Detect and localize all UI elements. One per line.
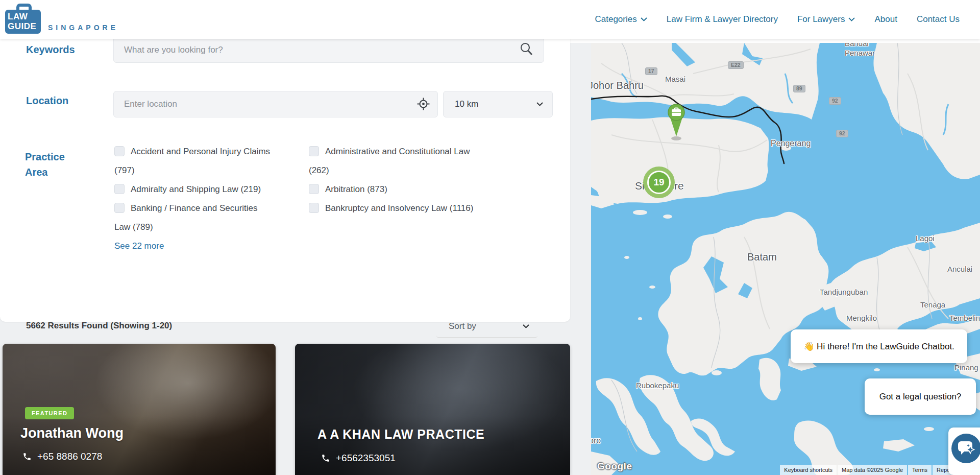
search-icon[interactable] xyxy=(520,42,533,58)
nav-categories[interactable]: Categories xyxy=(595,14,647,25)
geolocate-icon[interactable] xyxy=(417,98,430,112)
checkbox[interactable] xyxy=(309,146,319,156)
lawyer-name[interactable]: Jonathan Wong xyxy=(20,425,124,441)
phone-icon xyxy=(321,454,330,463)
chatbot-launcher[interactable] xyxy=(948,428,980,475)
briefcase-icon: LAW GUIDE xyxy=(5,10,41,34)
practice-area-option-label: Administrative and Constitutional Law (2… xyxy=(309,147,470,175)
map-label-rubokepaku: Rubokepaku xyxy=(636,381,679,390)
main-nav: Categories Law Firm & Lawyer Directory F… xyxy=(595,0,960,39)
nav-contact-us[interactable]: Contact Us xyxy=(917,14,960,25)
location-label: Location xyxy=(26,95,68,107)
road-badge-92b: 92 xyxy=(836,130,848,137)
lawfirm-name[interactable]: A A KHAN LAW PRACTICE xyxy=(317,427,484,442)
top-navigation-bar: LAW GUIDE SINGAPORE Categories Law Firm … xyxy=(0,0,980,39)
practice-area-item[interactable]: Administrative and Constitutional Law (2… xyxy=(309,142,486,180)
map-label-bandar-penawar: BandarPenawar xyxy=(845,43,875,58)
lawyer-phone[interactable]: +65 8886 0278 xyxy=(22,451,102,462)
featured-badge: FEATURED xyxy=(25,407,74,419)
practice-area-option-label: Arbitration (873) xyxy=(325,184,387,194)
chatbot-button[interactable] xyxy=(951,434,980,463)
chevron-down-icon xyxy=(641,17,647,21)
map-label-batam: Batam xyxy=(747,251,777,263)
chatbot-question-text: Got a legal question? xyxy=(879,392,962,402)
checkbox[interactable] xyxy=(309,184,319,194)
practice-area-option-label: Bankruptcy and Insolvency Law (1116) xyxy=(325,203,473,213)
location-input[interactable] xyxy=(113,91,438,117)
map-label-mengkilo: Mengkilo xyxy=(846,314,877,322)
practice-area-item[interactable]: Bankruptcy and Insolvency Law (1116) xyxy=(309,199,486,218)
chatbot-greeting-text: 👋 Hi there! I'm the LawGuide Chatbot. xyxy=(803,341,954,352)
checkbox[interactable] xyxy=(114,203,125,213)
chevron-down-icon xyxy=(848,17,855,21)
practice-area-label: Practice Area xyxy=(25,149,65,180)
practice-area-item[interactable]: Accident and Personal Injury Claims (797… xyxy=(114,142,274,180)
map-label-pengerang: Pengerang xyxy=(771,139,811,148)
practice-area-option-label: Admiralty and Shipping Law (219) xyxy=(131,184,261,194)
map-pin-marker[interactable] xyxy=(668,104,685,140)
radius-value: 10 km xyxy=(455,99,478,109)
see-more-link[interactable]: See 22 more xyxy=(114,236,164,255)
checkbox[interactable] xyxy=(309,203,319,213)
checkbox[interactable] xyxy=(114,146,125,156)
chatbot-greeting-bubble: 👋 Hi there! I'm the LawGuide Chatbot. xyxy=(791,329,967,363)
chatbot-question-bubble: Got a legal question? xyxy=(865,378,976,415)
practice-area-option-label: Accident and Personal Injury Claims (797… xyxy=(114,147,270,175)
map-cluster-marker[interactable]: 19 xyxy=(643,167,675,198)
phone-number: +6562353051 xyxy=(336,453,396,464)
keywords-label: Keywords xyxy=(26,44,75,56)
nav-for-lawyers[interactable]: For Lawyers xyxy=(797,14,855,25)
road-badge-89: 89 xyxy=(793,85,805,92)
keywords-search-input[interactable] xyxy=(113,37,544,63)
checkbox[interactable] xyxy=(114,184,125,194)
map-label-masai: Masai xyxy=(665,75,685,83)
logo-line1: LAW xyxy=(8,12,41,21)
logo-subtitle: SINGAPORE xyxy=(48,23,118,32)
lawyer-card-jonathan-wong[interactable]: FEATURED Jonathan Wong +65 8886 0278 xyxy=(3,344,276,475)
chevron-down-icon xyxy=(536,102,543,106)
lawfirm-card-aa-khan[interactable]: A A KHAN LAW PRACTICE +6562353051 xyxy=(295,344,570,475)
cluster-count: 19 xyxy=(647,171,671,194)
results-count: 5662 Results Found (Showing 1-20) xyxy=(26,321,172,331)
nav-directory[interactable]: Law Firm & Lawyer Directory xyxy=(667,14,778,25)
road-badge-92a: 92 xyxy=(829,97,841,105)
chevron-down-icon xyxy=(523,324,529,328)
keyboard-shortcuts-link[interactable]: Keyboard shortcuts xyxy=(780,465,837,475)
practice-area-option-label: Banking / Finance and Securities Law (78… xyxy=(114,203,258,232)
google-logo: Google xyxy=(597,461,632,472)
sort-by-label: Sort by xyxy=(449,321,476,331)
map-label-johor-bahru: Johor Bahru xyxy=(591,80,644,91)
nav-about[interactable]: About xyxy=(874,14,897,25)
phone-number: +65 8886 0278 xyxy=(37,451,102,462)
chat-sparkle-icon xyxy=(957,440,975,457)
lawfirm-phone[interactable]: +6562353051 xyxy=(321,453,396,464)
practice-area-column-2: Administrative and Constitutional Law (2… xyxy=(309,142,486,218)
practice-area-item[interactable]: Banking / Finance and Securities Law (78… xyxy=(114,199,274,236)
map-label-oro: oro xyxy=(591,436,601,445)
map-label-pinang: Pinang xyxy=(954,363,978,372)
sort-by-select[interactable]: Sort by xyxy=(436,315,537,338)
phone-icon xyxy=(22,452,32,461)
map-label-tenaga: Tenaga xyxy=(920,300,945,309)
search-filter-panel: Keywords Location 10 km Practice Area xyxy=(0,39,570,322)
map-label-tembelin: Tembelin xyxy=(949,314,980,322)
practice-area-item[interactable]: Arbitration (873) xyxy=(309,180,486,199)
map-data-label: Map data ©2025 Google xyxy=(838,465,907,475)
road-badge-e22: E22 xyxy=(728,61,744,69)
practice-area-column-1: Accident and Personal Injury Claims (797… xyxy=(114,142,274,255)
terms-link[interactable]: Terms xyxy=(908,465,932,475)
map-label-tandjunguban: Tandjunguban xyxy=(820,288,868,296)
road-badge-17: 17 xyxy=(645,67,657,75)
lawguide-logo[interactable]: LAW GUIDE SINGAPORE xyxy=(5,2,138,36)
map-label-anculai: Anculai xyxy=(947,265,972,273)
map-label-lagoi: Lagoi xyxy=(916,234,935,243)
logo-line2: GUIDE xyxy=(8,21,41,32)
page: Johor Bahru Masai BandarPenawar Pengeran… xyxy=(0,0,980,475)
practice-area-item[interactable]: Admiralty and Shipping Law (219) xyxy=(114,180,274,199)
radius-select[interactable]: 10 km xyxy=(443,91,553,117)
